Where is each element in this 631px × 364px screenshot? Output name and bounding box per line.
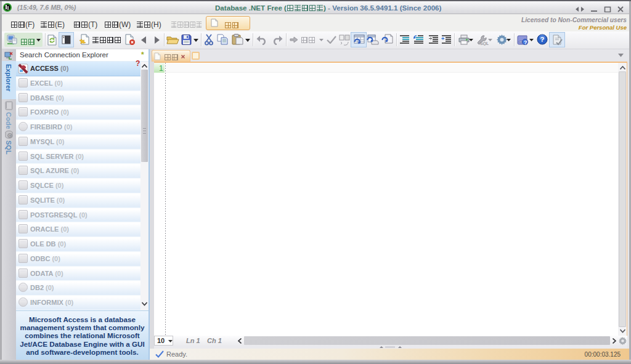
svg-text:?: ? (524, 39, 527, 46)
svg-text:SQL: SQL (480, 41, 489, 46)
svg-text:?: ? (540, 36, 545, 43)
